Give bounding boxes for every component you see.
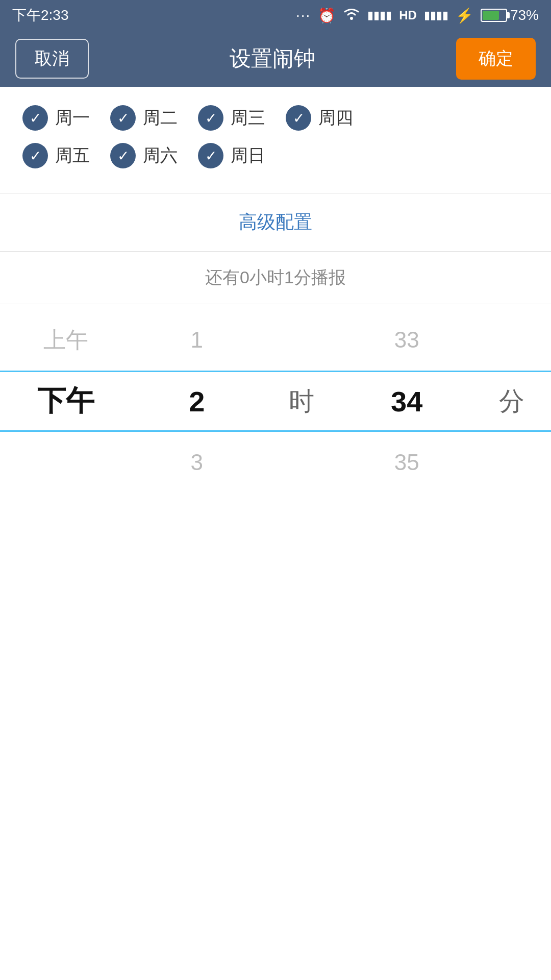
- day-check-thu: ✓: [286, 105, 311, 131]
- day-item-fri[interactable]: ✓ 周五: [22, 143, 90, 168]
- battery-icon: [481, 9, 507, 22]
- days-row-1: ✓ 周一 ✓ 周二 ✓ 周三 ✓ 周四: [22, 105, 529, 131]
- battery-container: 73%: [481, 7, 539, 23]
- hd-label: HD: [399, 8, 417, 22]
- countdown-section: 还有0小时1分播报: [0, 252, 551, 304]
- page-title: 设置闹钟: [230, 44, 315, 73]
- day-check-fri: ✓: [22, 143, 48, 168]
- cancel-button[interactable]: 取消: [15, 39, 89, 79]
- svg-point-0: [350, 17, 353, 20]
- day-label-mon: 周一: [55, 106, 90, 130]
- picker-unit-hour-above: [262, 309, 341, 371]
- picker-ampm-above: 上午: [0, 309, 131, 371]
- day-label-thu: 周四: [318, 106, 353, 130]
- picker-hour-below: 3: [131, 432, 262, 493]
- picker-ampm-below: [0, 432, 131, 493]
- day-label-sat: 周六: [143, 144, 178, 167]
- advanced-label: 高级配置: [239, 211, 312, 232]
- picker-minute-selected: 34: [341, 371, 472, 432]
- bolt-icon: ⚡: [456, 7, 473, 24]
- picker-unit-minute-above: [472, 309, 551, 371]
- picker-unit-minute-below: [472, 432, 551, 493]
- days-section: ✓ 周一 ✓ 周二 ✓ 周三 ✓ 周四 ✓ 周五 ✓ 周六 ✓ 周日: [0, 87, 551, 193]
- picker-unit-minute-selected: 分: [472, 371, 551, 432]
- status-icons: ··· ⏰ ▮▮▮▮ HD ▮▮▮▮ ⚡ 73%: [296, 7, 539, 24]
- confirm-button[interactable]: 确定: [456, 38, 536, 80]
- advanced-section[interactable]: 高级配置: [0, 193, 551, 252]
- picker-col-hour-unit: 时: [262, 304, 341, 498]
- day-item-wed[interactable]: ✓ 周三: [198, 105, 265, 131]
- status-time: 下午2:33: [12, 6, 69, 25]
- picker-unit-hour-below: [262, 432, 341, 493]
- picker-hour-above: 1: [131, 309, 262, 371]
- signal2-icon: ▮▮▮▮: [424, 9, 448, 22]
- picker-columns: 上午 下午 1 2 3 时 33 34 35 分: [0, 304, 551, 498]
- day-label-tue: 周二: [143, 106, 178, 130]
- time-picker[interactable]: 上午 下午 1 2 3 时 33 34 35 分: [0, 304, 551, 498]
- day-label-fri: 周五: [55, 144, 90, 167]
- battery-fill: [483, 11, 499, 20]
- picker-unit-hour-selected: 时: [262, 371, 341, 432]
- top-bar: 取消 设置闹钟 确定: [0, 31, 551, 87]
- picker-hour-selected: 2: [131, 371, 262, 432]
- day-item-mon[interactable]: ✓ 周一: [22, 105, 90, 131]
- day-label-sun: 周日: [231, 144, 265, 167]
- picker-col-minute-unit: 分: [472, 304, 551, 498]
- picker-col-hour[interactable]: 1 2 3: [131, 304, 262, 498]
- signal-icon: ▮▮▮▮: [367, 9, 392, 22]
- wifi-icon: [343, 7, 360, 24]
- alarm-icon: ⏰: [318, 7, 336, 24]
- picker-col-ampm[interactable]: 上午 下午: [0, 304, 131, 498]
- day-check-sat: ✓: [110, 143, 136, 168]
- day-check-tue: ✓: [110, 105, 136, 131]
- day-item-thu[interactable]: ✓ 周四: [286, 105, 353, 131]
- day-check-mon: ✓: [22, 105, 48, 131]
- picker-minute-below: 35: [341, 432, 472, 493]
- picker-minute-above: 33: [341, 309, 472, 371]
- day-item-tue[interactable]: ✓ 周二: [110, 105, 178, 131]
- day-label-wed: 周三: [231, 106, 265, 130]
- day-check-wed: ✓: [198, 105, 223, 131]
- picker-ampm-selected: 下午: [0, 371, 131, 432]
- status-bar: 下午2:33 ··· ⏰ ▮▮▮▮ HD ▮▮▮▮ ⚡ 73%: [0, 0, 551, 31]
- day-item-sat[interactable]: ✓ 周六: [110, 143, 178, 168]
- dots-icon: ···: [296, 7, 311, 23]
- days-row-2: ✓ 周五 ✓ 周六 ✓ 周日: [22, 143, 529, 168]
- countdown-text: 还有0小时1分播报: [205, 267, 346, 287]
- day-check-sun: ✓: [198, 143, 223, 168]
- picker-col-minute[interactable]: 33 34 35: [341, 304, 472, 498]
- battery-percent: 73%: [510, 7, 539, 23]
- day-item-sun[interactable]: ✓ 周日: [198, 143, 265, 168]
